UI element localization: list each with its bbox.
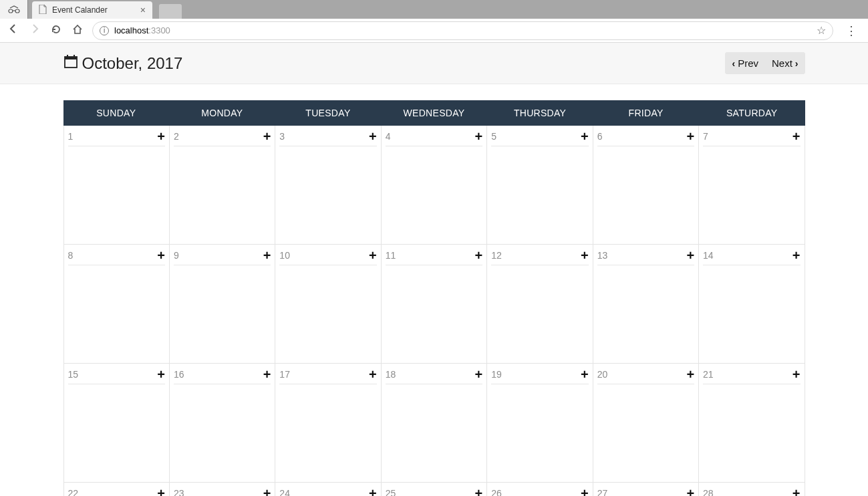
file-icon (39, 5, 47, 16)
add-event-button[interactable]: + (686, 368, 694, 381)
add-event-button[interactable]: + (686, 130, 694, 143)
add-event-button[interactable]: + (263, 130, 271, 143)
calendar-grid: 1+2+3+4+5+6+7+8+9+10+11+12+13+14+15+16+1… (63, 126, 805, 496)
add-event-button[interactable]: + (157, 249, 165, 262)
day-cell[interactable]: 26+ (487, 483, 593, 496)
day-cell[interactable]: 25+ (382, 483, 487, 496)
add-event-button[interactable]: + (263, 249, 271, 262)
day-cell[interactable]: 2+ (170, 126, 275, 245)
month-nav: ‹ Prev Next › (725, 52, 805, 74)
svg-rect-3 (65, 57, 77, 59)
day-cell[interactable]: 28+ (699, 483, 805, 496)
day-cell[interactable]: 4+ (382, 126, 487, 245)
add-event-button[interactable]: + (157, 130, 165, 143)
add-event-button[interactable]: + (157, 487, 165, 496)
url-host: localhost (114, 25, 148, 35)
day-number: 23 (174, 488, 184, 496)
chevron-right-icon: › (795, 58, 799, 69)
day-top: 7+ (703, 130, 800, 146)
add-event-button[interactable]: + (581, 487, 589, 496)
next-button[interactable]: Next › (765, 52, 805, 74)
calendar-icon (63, 54, 78, 72)
day-top: 23+ (174, 487, 271, 496)
day-cell[interactable]: 23+ (170, 483, 275, 496)
day-cell[interactable]: 1+ (64, 126, 170, 245)
day-cell[interactable]: 6+ (593, 126, 699, 245)
add-event-button[interactable]: + (581, 249, 589, 262)
add-event-button[interactable]: + (792, 487, 801, 496)
day-top: 4+ (386, 130, 482, 146)
add-event-button[interactable]: + (369, 249, 377, 262)
tab-strip: Event Calander × (0, 0, 868, 19)
day-cell[interactable]: 21+ (699, 364, 805, 483)
url-port: :3300 (148, 25, 170, 35)
prev-button[interactable]: ‹ Prev (725, 52, 765, 74)
add-event-button[interactable]: + (792, 130, 801, 143)
day-cell[interactable]: 17+ (275, 364, 381, 483)
next-label: Next (772, 57, 792, 69)
bookmark-icon[interactable]: ☆ (817, 24, 826, 37)
add-event-button[interactable]: + (475, 368, 483, 381)
day-number: 1 (68, 131, 74, 142)
day-cell[interactable]: 22+ (64, 483, 170, 496)
add-event-button[interactable]: + (369, 130, 377, 143)
day-cell[interactable]: 3+ (275, 126, 381, 245)
day-cell[interactable]: 20+ (593, 364, 699, 483)
add-event-button[interactable]: + (369, 487, 377, 496)
menu-button[interactable]: ⋮ (841, 23, 861, 38)
day-top: 16+ (174, 368, 271, 384)
close-icon[interactable]: × (140, 5, 146, 15)
day-cell[interactable]: 19+ (487, 364, 593, 483)
add-event-button[interactable]: + (263, 368, 271, 381)
page-viewport[interactable]: October, 2017 ‹ Prev Next › SUNDAY MONDA… (0, 43, 868, 496)
day-cell[interactable]: 16+ (170, 364, 275, 483)
address-bar[interactable]: i localhost:3300 ☆ (92, 21, 833, 40)
day-cell[interactable]: 7+ (699, 126, 805, 245)
add-event-button[interactable]: + (263, 487, 271, 496)
page-header: October, 2017 ‹ Prev Next › (0, 43, 868, 84)
add-event-button[interactable]: + (475, 487, 483, 496)
day-cell[interactable]: 12+ (487, 245, 593, 364)
day-cell[interactable]: 18+ (382, 364, 487, 483)
day-cell[interactable]: 5+ (487, 126, 593, 245)
add-event-button[interactable]: + (157, 368, 165, 381)
page-title-wrap: October, 2017 (63, 54, 183, 73)
day-top: 6+ (597, 130, 694, 146)
add-event-button[interactable]: + (581, 130, 589, 143)
day-top: 25+ (386, 487, 482, 496)
day-cell[interactable]: 27+ (593, 483, 699, 496)
add-event-button[interactable]: + (475, 130, 483, 143)
back-button[interactable] (7, 23, 20, 37)
day-cell[interactable]: 15+ (64, 364, 170, 483)
calendar-header-row: SUNDAY MONDAY TUESDAY WEDNESDAY THURSDAY… (63, 100, 805, 126)
forward-button[interactable] (28, 23, 41, 37)
site-info-icon[interactable]: i (100, 26, 109, 35)
day-number: 6 (597, 131, 603, 142)
add-event-button[interactable]: + (369, 368, 377, 381)
add-event-button[interactable]: + (475, 249, 483, 262)
reload-button[interactable] (49, 24, 63, 37)
day-cell[interactable]: 13+ (593, 245, 699, 364)
add-event-button[interactable]: + (686, 249, 694, 262)
add-event-button[interactable]: + (686, 487, 694, 496)
day-top: 5+ (491, 130, 588, 146)
browser-tab[interactable]: Event Calander × (32, 1, 152, 19)
add-event-button[interactable]: + (792, 249, 801, 262)
chevron-left-icon: ‹ (732, 58, 735, 69)
add-event-button[interactable]: + (581, 368, 589, 381)
day-cell[interactable]: 11+ (382, 245, 487, 364)
day-cell[interactable]: 14+ (699, 245, 805, 364)
day-top: 8+ (68, 249, 165, 265)
svg-rect-4 (67, 55, 68, 58)
day-cell[interactable]: 24+ (275, 483, 381, 496)
add-event-button[interactable]: + (792, 368, 801, 381)
home-button[interactable] (71, 24, 84, 37)
new-tab-button[interactable] (159, 4, 182, 19)
day-cell[interactable]: 9+ (170, 245, 275, 364)
day-top: 12+ (491, 249, 588, 265)
day-top: 2+ (174, 130, 271, 146)
day-top: 24+ (279, 487, 376, 496)
day-cell[interactable]: 8+ (64, 245, 170, 364)
day-number: 8 (68, 250, 74, 261)
day-cell[interactable]: 10+ (275, 245, 381, 364)
